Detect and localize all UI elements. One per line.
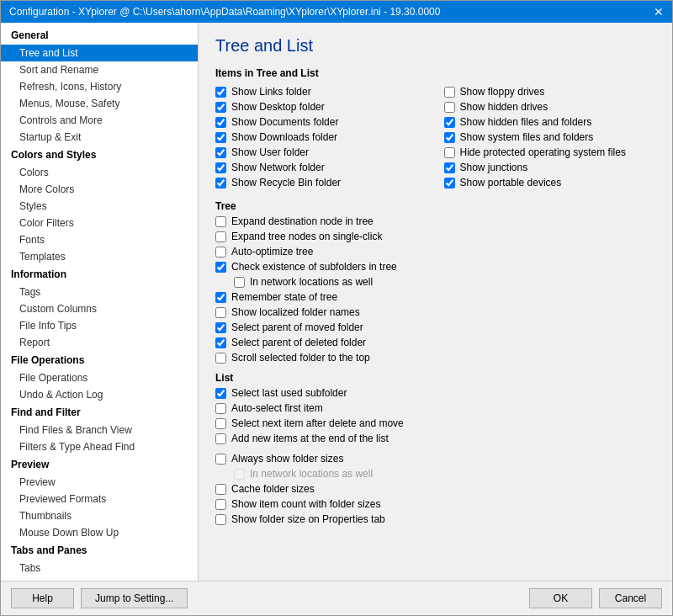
sidebar-item[interactable]: Sort and Rename: [1, 61, 198, 78]
help-button[interactable]: Help: [11, 588, 74, 608]
checkbox-item[interactable]: Select parent of moved folder: [215, 321, 655, 333]
checkbox-item[interactable]: Select next item after delete and move: [215, 417, 655, 429]
checkbox-item[interactable]: Show Desktop folder: [215, 101, 427, 113]
checkbox-input[interactable]: [444, 87, 455, 98]
checkbox-item[interactable]: Add new items at the end of the list: [215, 433, 655, 444]
checkbox-input[interactable]: [215, 454, 226, 465]
sidebar-item[interactable]: Refresh, Icons, History: [1, 78, 198, 95]
bottom-bar: Help Jump to Setting... OK Cancel: [1, 581, 672, 615]
checkbox-input[interactable]: [215, 433, 226, 444]
sidebar-item[interactable]: Previewed Formats: [1, 491, 198, 507]
sidebar-item[interactable]: Colors: [1, 164, 198, 181]
checkbox-item[interactable]: In network locations as well: [234, 468, 655, 480]
checkbox-input[interactable]: [215, 178, 226, 189]
checkbox-item[interactable]: Auto-optimize tree: [215, 246, 655, 258]
checkbox-input[interactable]: [215, 147, 226, 158]
checkbox-input[interactable]: [215, 353, 226, 364]
sidebar-item[interactable]: Undo & Action Log: [1, 386, 198, 403]
checkbox-item[interactable]: Expand destination node in tree: [215, 215, 655, 227]
sidebar-item[interactable]: Styles: [1, 198, 198, 215]
checkbox-input[interactable]: [444, 178, 455, 189]
checkbox-label: Show Documents folder: [231, 116, 338, 128]
checkbox-input[interactable]: [444, 162, 455, 173]
checkbox-input[interactable]: [215, 418, 226, 429]
sidebar-item[interactable]: Fonts: [1, 231, 198, 248]
checkbox-item[interactable]: In network locations as well: [234, 276, 655, 288]
checkbox-item[interactable]: Show folder size on Properties tab: [215, 513, 655, 525]
checkbox-input[interactable]: [444, 102, 455, 113]
checkbox-input[interactable]: [215, 514, 226, 525]
checkbox-item[interactable]: Show Links folder: [215, 86, 427, 98]
checkbox-item[interactable]: Show item count with folder sizes: [215, 498, 655, 510]
checkbox-item[interactable]: Show localized folder names: [215, 306, 655, 318]
checkbox-item[interactable]: Show hidden drives: [444, 101, 656, 113]
sidebar-item[interactable]: File Operations: [1, 369, 198, 386]
sidebar-item[interactable]: Custom Columns: [1, 300, 198, 317]
checkbox-item[interactable]: Auto-select first item: [215, 402, 655, 414]
checkbox-input[interactable]: [215, 162, 226, 173]
checkbox-input[interactable]: [215, 132, 226, 143]
sidebar-item[interactable]: Color Filters: [1, 215, 198, 231]
checkbox-item[interactable]: Hide protected operating system files: [444, 146, 656, 158]
checkbox-input[interactable]: [234, 469, 245, 480]
checkbox-input[interactable]: [234, 277, 245, 288]
checkbox-item[interactable]: Expand tree nodes on single-click: [215, 231, 655, 242]
cancel-button[interactable]: Cancel: [599, 588, 662, 608]
checkbox-input[interactable]: [215, 117, 226, 128]
checkbox-item[interactable]: Show Recycle Bin folder: [215, 177, 427, 189]
checkbox-item[interactable]: Show hidden files and folders: [444, 116, 656, 128]
checkbox-input[interactable]: [215, 307, 226, 318]
checkbox-item[interactable]: Scroll selected folder to the top: [215, 352, 655, 364]
checkbox-item[interactable]: Show portable devices: [444, 177, 656, 189]
sidebar-item[interactable]: Report: [1, 334, 198, 351]
sidebar-item[interactable]: Startup & Exit: [1, 129, 198, 146]
checkbox-item[interactable]: Show junctions: [444, 162, 656, 173]
sidebar-item[interactable]: Templates: [1, 248, 198, 265]
sidebar-item[interactable]: More Colors: [1, 181, 198, 198]
sidebar-item[interactable]: Find Files & Branch View: [1, 422, 198, 438]
checkbox-input[interactable]: [215, 262, 226, 273]
checkbox-item[interactable]: Cache folder sizes: [215, 483, 655, 495]
sidebar-item[interactable]: Tags: [1, 284, 198, 300]
ok-button[interactable]: OK: [529, 588, 592, 608]
checkbox-input[interactable]: [215, 292, 226, 303]
section-tree-label: Tree: [215, 200, 655, 212]
sidebar-item[interactable]: File Info Tips: [1, 317, 198, 334]
sidebar-item[interactable]: Mouse Down Blow Up: [1, 524, 198, 541]
sidebar-item[interactable]: Preview: [1, 474, 198, 491]
sidebar-item[interactable]: Controls and More: [1, 112, 198, 129]
checkbox-item[interactable]: Always show folder sizes: [215, 453, 655, 465]
checkbox-input[interactable]: [215, 216, 226, 227]
checkbox-input[interactable]: [215, 87, 226, 98]
checkbox-input[interactable]: [215, 231, 226, 242]
checkbox-input[interactable]: [215, 499, 226, 510]
jump-button[interactable]: Jump to Setting...: [81, 588, 188, 608]
bottom-right-buttons: OK Cancel: [529, 588, 662, 608]
checkbox-input[interactable]: [215, 102, 226, 113]
checkbox-input[interactable]: [215, 388, 226, 399]
checkbox-input[interactable]: [215, 322, 226, 333]
checkbox-input[interactable]: [215, 484, 226, 495]
checkbox-item[interactable]: Select last used subfolder: [215, 387, 655, 399]
sidebar-item[interactable]: Filters & Type Ahead Find: [1, 438, 198, 455]
checkbox-item[interactable]: Show Documents folder: [215, 116, 427, 128]
checkbox-input[interactable]: [215, 403, 226, 414]
sidebar-item[interactable]: Menus, Mouse, Safety: [1, 95, 198, 112]
checkbox-input[interactable]: [215, 247, 226, 258]
checkbox-item[interactable]: Remember state of tree: [215, 291, 655, 303]
checkbox-item[interactable]: Show Network folder: [215, 162, 427, 173]
close-button[interactable]: ✕: [654, 6, 664, 18]
checkbox-item[interactable]: Show Downloads folder: [215, 131, 427, 143]
checkbox-item[interactable]: Show system files and folders: [444, 131, 656, 143]
checkbox-input[interactable]: [215, 337, 226, 348]
checkbox-input[interactable]: [444, 132, 455, 143]
checkbox-item[interactable]: Check existence of subfolders in tree: [215, 261, 655, 273]
sidebar-item[interactable]: Tree and List: [1, 45, 198, 61]
checkbox-input[interactable]: [444, 117, 455, 128]
sidebar-item[interactable]: Tabs: [1, 560, 198, 576]
checkbox-item[interactable]: Show User folder: [215, 146, 427, 158]
checkbox-item[interactable]: Show floppy drives: [444, 86, 656, 98]
checkbox-item[interactable]: Select parent of deleted folder: [215, 337, 655, 348]
sidebar-item[interactable]: Thumbnails: [1, 507, 198, 524]
checkbox-input[interactable]: [444, 147, 455, 158]
